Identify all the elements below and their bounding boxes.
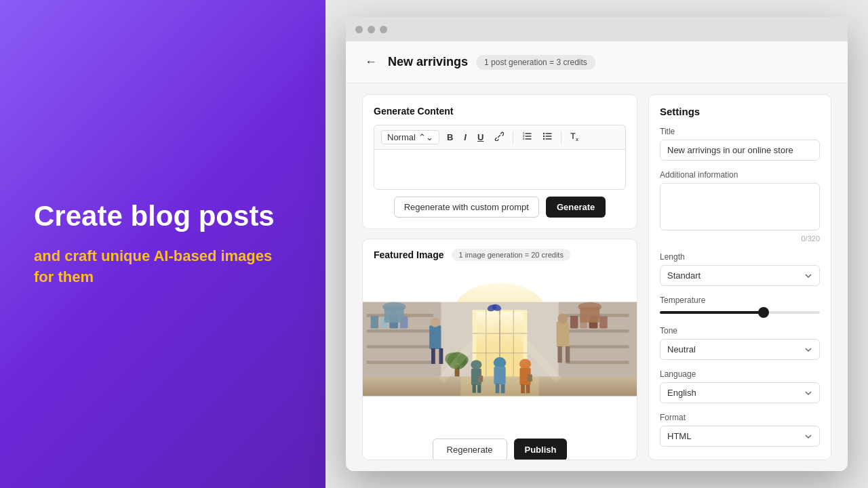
svg-point-51: [557, 313, 568, 323]
right-panel: ← New arrivings 1 post generation = 3 cr…: [326, 0, 868, 488]
svg-rect-66: [521, 384, 525, 393]
svg-rect-25: [367, 345, 433, 348]
featured-image-container: [363, 268, 637, 430]
italic-button[interactable]: I: [460, 130, 470, 144]
settings-tone-group: Tone Neutral Formal Casual Persuasive: [660, 326, 820, 360]
style-select[interactable]: Normal ⌃⌄: [381, 130, 439, 144]
svg-rect-45: [580, 307, 599, 323]
temperature-slider[interactable]: [660, 308, 820, 317]
clear-format-button[interactable]: Tx: [567, 129, 582, 144]
editor-body[interactable]: [374, 149, 626, 190]
format-select[interactable]: HTML Markdown Plain Text: [660, 426, 820, 447]
featured-footer: Regenerate Publish: [363, 430, 637, 460]
title-label: Title: [660, 127, 820, 136]
length-label: Length: [660, 252, 820, 262]
svg-rect-58: [496, 384, 500, 393]
main-headline: Create blog posts: [34, 200, 292, 232]
publish-button[interactable]: Publish: [514, 439, 568, 460]
bullet-list-button[interactable]: [539, 129, 555, 145]
bold-button[interactable]: B: [443, 130, 456, 144]
svg-point-64: [519, 359, 531, 369]
settings-format-group: Format HTML Markdown Plain Text: [660, 413, 820, 447]
content-column: Generate Content Normal ⌃⌄ B I U: [362, 94, 637, 460]
svg-point-47: [431, 318, 440, 327]
tone-label: Tone: [660, 326, 820, 336]
additional-info-counter: 0/320: [660, 235, 820, 243]
svg-point-6: [543, 133, 545, 134]
svg-rect-63: [477, 385, 481, 393]
svg-rect-50: [557, 322, 569, 348]
svg-rect-53: [566, 346, 570, 363]
svg-rect-33: [566, 329, 629, 333]
additional-info-label: Additional information: [660, 170, 820, 180]
svg-rect-42: [384, 307, 404, 323]
back-button[interactable]: ←: [362, 52, 380, 72]
chevron-icon: ⌃⌄: [418, 132, 433, 142]
svg-rect-34: [566, 345, 629, 348]
temperature-label: Temperature: [660, 296, 820, 305]
settings-length-group: Length Standart Short Long: [660, 252, 820, 286]
svg-rect-46: [429, 325, 441, 349]
svg-rect-52: [557, 346, 561, 363]
browser-bar: [346, 17, 848, 41]
svg-rect-68: [478, 375, 483, 382]
page-title: New arrivings: [388, 55, 468, 69]
editor-actions: Regenerate with custom prompt Generate: [374, 197, 626, 218]
underline-button[interactable]: U: [474, 130, 487, 144]
svg-rect-69: [527, 375, 532, 382]
svg-rect-24: [367, 329, 433, 333]
svg-rect-48: [431, 348, 435, 364]
length-select[interactable]: Standart Short Long: [660, 265, 820, 286]
svg-text:3: 3: [523, 137, 525, 140]
settings-title-group: Title: [660, 127, 820, 161]
svg-point-7: [543, 136, 545, 137]
title-input[interactable]: [660, 140, 820, 161]
featured-image-title: Featured Image: [374, 249, 443, 260]
svg-rect-26: [367, 361, 433, 364]
app-content: ← New arrivings 1 post generation = 3 cr…: [346, 41, 848, 471]
svg-point-60: [471, 360, 481, 369]
link-button[interactable]: [491, 129, 507, 145]
svg-rect-35: [566, 361, 629, 364]
svg-rect-62: [473, 384, 476, 393]
svg-point-56: [494, 357, 506, 368]
app-header: ← New arrivings 1 post generation = 3 cr…: [346, 41, 848, 83]
svg-rect-57: [494, 367, 505, 384]
slider-fill: [660, 311, 764, 314]
svg-rect-27: [371, 316, 379, 328]
featured-header: Featured Image 1 image generation = 20 c…: [363, 239, 637, 268]
svg-rect-67: [526, 385, 530, 394]
ordered-list-button[interactable]: 1 2 3: [519, 129, 535, 145]
additional-info-input[interactable]: [660, 183, 820, 230]
editor-toolbar: Normal ⌃⌄ B I U: [374, 125, 626, 149]
settings-panel: Settings Title Additional information 0/…: [648, 94, 831, 460]
regenerate-image-button[interactable]: Regenerate: [433, 439, 507, 460]
browser-dot-3: [380, 26, 387, 33]
svg-rect-36: [570, 316, 578, 328]
settings-additional-info-group: Additional information 0/320: [660, 170, 820, 243]
image-credits-badge: 1 image generation = 20 credits: [452, 249, 570, 261]
slider-track: [660, 311, 820, 314]
slider-thumb[interactable]: [758, 307, 769, 318]
browser-dot-1: [355, 26, 363, 33]
settings-temperature-group: Temperature: [660, 296, 820, 317]
svg-rect-39: [599, 317, 608, 329]
toolbar-divider-2: [561, 131, 561, 144]
generate-content-card: Generate Content Normal ⌃⌄ B I U: [362, 94, 637, 229]
settings-title: Settings: [660, 106, 820, 117]
browser-window: ← New arrivings 1 post generation = 3 cr…: [346, 17, 848, 471]
format-label: Format: [660, 413, 820, 422]
svg-rect-49: [439, 348, 443, 364]
generate-button[interactable]: Generate: [546, 197, 606, 218]
toolbar-divider: [513, 131, 513, 144]
browser-dot-2: [368, 26, 375, 33]
language-label: Language: [660, 369, 820, 379]
left-panel: Create blog posts and craft unique AI-ba…: [0, 0, 326, 488]
main-subheadline: and craft unique AI-based images for the…: [34, 246, 292, 288]
generate-content-title: Generate Content: [374, 106, 626, 117]
regenerate-custom-prompt-button[interactable]: Regenerate with custom prompt: [394, 197, 539, 218]
language-select[interactable]: English Spanish French German: [660, 382, 820, 403]
credits-badge: 1 post generation = 3 credits: [476, 55, 595, 70]
settings-language-group: Language English Spanish French German: [660, 369, 820, 403]
tone-select[interactable]: Neutral Formal Casual Persuasive: [660, 339, 820, 360]
